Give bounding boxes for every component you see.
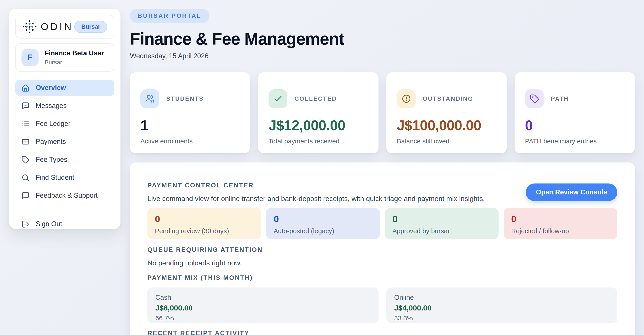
sidebar-item-label: Fee Ledger [36,120,70,128]
brand-name: ODIN [41,21,74,32]
queue-value: 0 [392,214,491,224]
queue-label: Approved by bursar [392,227,491,235]
stat-card-collected: COLLECTED J$12,000.00 Total payments rec… [258,72,378,153]
sidebar-divider [16,210,114,210]
user-meta: Finance Beta User Bursar [45,49,104,66]
credit-card-icon [22,138,30,146]
list-icon [22,120,30,128]
odin-logo-icon [22,19,37,34]
page-title: Finance & Fee Management [130,29,635,49]
queue-stats-row: 0 Pending review (30 days) 0 Auto-posted… [148,208,617,239]
payment-mix-row: Cash J$8,000.00 66.7% Online J$4,000.00 … [148,288,617,323]
queue-value: 0 [511,214,610,224]
mix-percent: 66.7% [155,315,371,322]
home-icon [22,84,30,92]
stat-value: 0 [525,117,624,134]
sidebar-item-find-student[interactable]: Find Student [15,169,114,186]
check-icon [268,89,288,108]
stat-card-outstanding: OUTSTANDING J$100,000.00 Balance still o… [386,72,507,153]
avatar: F [22,49,38,66]
mix-card-cash: Cash J$8,000.00 66.7% [148,288,378,323]
stat-label: STUDENTS [166,95,204,102]
stat-label: OUTSTANDING [423,95,473,102]
tag-icon [525,89,544,108]
search-icon [22,174,30,182]
sidebar-item-label: Payments [36,138,66,146]
mix-amount: J$4,000.00 [394,304,610,312]
stat-caption: Total payments received [268,137,368,145]
stat-value: 1 [140,117,240,134]
stat-card-path: PATH 0 PATH beneficiary entries [514,72,635,153]
queue-card-rejected: 0 Rejected / follow-up [504,208,617,239]
mix-method: Cash [155,294,371,302]
brand-logo: ODIN [22,19,74,34]
brand-card: ODIN Bursar [15,15,114,38]
mix-method: Online [394,294,610,302]
stat-value: J$100,000.00 [397,117,496,134]
sidebar-item-label: Overview [36,84,66,92]
sidebar-item-messages[interactable]: Messages [15,98,114,114]
page-date: Wednesday, 15 April 2026 [130,52,635,60]
sidebar-item-label: Feedback & Support [36,192,98,199]
mix-card-online: Online J$4,000.00 33.3% [386,288,618,323]
mix-percent: 33.3% [394,315,610,322]
panel-description: Live command view for online transfer an… [148,195,485,203]
queue-card-pending: 0 Pending review (30 days) [148,208,261,239]
stat-card-students: STUDENTS 1 Active enrolments [130,72,250,153]
queue-attention-heading: QUEUE REQUIRING ATTENTION [148,246,617,253]
payment-mix-heading: PAYMENT MIX (THIS MONTH) [148,274,617,281]
sidebar-item-fee-types[interactable]: Fee Types [15,152,114,168]
logout-icon [22,220,30,228]
queue-label: Rejected / follow-up [511,227,610,235]
queue-label: Pending review (30 days) [155,227,254,235]
sidebar-item-fee-ledger[interactable]: Fee Ledger [15,116,114,132]
sidebar-item-label: Sign Out [36,220,62,228]
sidebar-nav: Overview Messages Fee Ledger Payments Fe… [15,80,114,232]
stat-label: PATH [551,95,569,102]
stat-caption: Balance still owed [397,137,496,145]
queue-empty-text: No pending uploads right now. [148,259,617,267]
sidebar-item-label: Messages [36,102,66,110]
recent-receipt-activity-heading: RECENT RECEIPT ACTIVITY [148,330,617,335]
stats-row: STUDENTS 1 Active enrolments COLLECTED J… [130,72,635,153]
stat-label: COLLECTED [294,95,337,102]
user-card: F Finance Beta User Bursar [15,43,114,72]
message-icon [22,192,30,200]
tag-icon [22,156,30,164]
open-review-console-button[interactable]: Open Review Console [526,183,617,201]
stat-caption: Active enrolments [140,137,240,145]
queue-card-approved: 0 Approved by bursar [385,208,498,239]
queue-label: Auto-posted (legacy) [274,227,372,235]
queue-value: 0 [155,214,254,224]
sidebar-item-label: Find Student [36,174,74,182]
user-role: Bursar [45,59,104,66]
panel-heading: PAYMENT CONTROL CENTER [148,182,485,189]
sidebar-item-overview[interactable]: Overview [15,80,114,96]
stat-caption: PATH beneficiary entries [525,137,624,145]
mix-amount: J$8,000.00 [155,304,371,312]
sidebar-item-sign-out[interactable]: Sign Out [15,216,114,232]
sidebar-item-payments[interactable]: Payments [15,134,114,150]
queue-card-auto-posted: 0 Auto-posted (legacy) [266,208,380,239]
sidebar-item-feedback-support[interactable]: Feedback & Support [15,187,114,204]
alert-circle-icon [397,89,416,108]
sidebar: ODIN Bursar F Finance Beta User Bursar O… [9,9,120,229]
brand-role-badge: Bursar [74,21,107,33]
payment-control-center-panel: PAYMENT CONTROL CENTER Live command view… [130,162,635,335]
sidebar-item-label: Fee Types [36,156,67,164]
users-icon [140,89,159,108]
message-icon [22,102,30,110]
user-name: Finance Beta User [45,49,104,57]
panel-header: PAYMENT CONTROL CENTER Live command view… [148,182,617,203]
portal-badge: BURSAR PORTAL [130,9,210,23]
queue-value: 0 [274,214,372,224]
stat-value: J$12,000.00 [268,117,368,134]
main-content: BURSAR PORTAL Finance & Fee Management W… [130,9,635,335]
